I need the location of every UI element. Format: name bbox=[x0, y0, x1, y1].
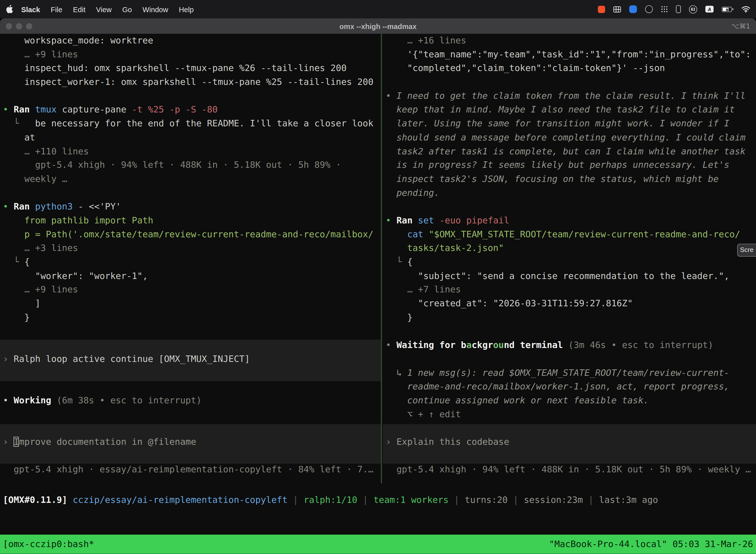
window-title: omx --xhigh --madmax bbox=[0, 22, 756, 30]
terminal-line: • Ran python3 - <<'PY' bbox=[3, 200, 381, 214]
terminal-line bbox=[386, 75, 756, 89]
terminal-line: later. Using the same for transition mig… bbox=[386, 117, 756, 131]
wifi-icon[interactable] bbox=[742, 6, 750, 12]
terminal-line: "worker": "worker-1", bbox=[3, 269, 381, 283]
terminal-line: └ { bbox=[386, 255, 756, 269]
terminal-line: "subject": "send a concise recommendatio… bbox=[386, 269, 756, 283]
terminal-line: workspace_mode: worktree bbox=[3, 34, 381, 48]
terminal-line: … +16 lines bbox=[386, 34, 756, 48]
terminal-line bbox=[3, 186, 381, 200]
terminal-line: … +3 lines bbox=[3, 241, 381, 256]
terminal-line: from pathlib import Path bbox=[3, 214, 381, 228]
terminal-line: › Ralph loop active continue [OMX_TMUX_I… bbox=[3, 352, 381, 366]
menu-item-slack[interactable]: Slack bbox=[16, 5, 45, 13]
terminal-line: keep that in mind. Maybe I also need the… bbox=[386, 103, 756, 117]
right-pane: … +16 lines '{"team_name":"my-team","tas… bbox=[383, 34, 756, 477]
terminal-line: gpt-5.4 xhigh · essay/ai-reimplementatio… bbox=[3, 463, 381, 477]
tmux-session-name: [omx-cczip0:bash* bbox=[3, 537, 94, 551]
terminal-line: • Waiting for background terminal (3m 46… bbox=[386, 338, 756, 352]
terminal-line: • Ran set -euo pipefail bbox=[386, 214, 756, 228]
terminal-line bbox=[3, 324, 381, 338]
left-pane: workspace_mode: worktree … +9 lines insp… bbox=[0, 34, 381, 477]
terminal-line bbox=[3, 366, 381, 380]
menu-items: SlackFileEditViewGoWindowHelp bbox=[16, 5, 199, 13]
terminal-line: } bbox=[386, 311, 756, 324]
terminal-line: ] bbox=[3, 297, 381, 311]
phone-mirroring-icon[interactable] bbox=[676, 5, 681, 13]
terminal-line: should send a message before completing … bbox=[386, 130, 756, 145]
screen-recording-indicator-icon[interactable] bbox=[598, 5, 605, 13]
clock-icon[interactable] bbox=[645, 5, 653, 13]
terminal-line: • Working (6m 38s • esc to interrupt) bbox=[3, 394, 381, 407]
terminal-line: "created_at": "2026-03-31T11:59:27.816Z" bbox=[386, 297, 756, 311]
menu-item-go[interactable]: Go bbox=[117, 5, 137, 13]
terminal-line: '{"team_name":"my-team","task_id":"1","f… bbox=[386, 48, 756, 62]
tmux-host-time: "MacBook-Pro-44.local" 05:03 31-Mar-26 bbox=[549, 537, 753, 551]
terminal-line: ⌥ + ↑ edit bbox=[386, 407, 756, 422]
tmux-status-bar: [omx-cczip0:bash* "MacBook-Pro-44.local"… bbox=[0, 535, 756, 554]
omx-status-line: [OMX#0.11.9] cczip/essay/ai-reimplementa… bbox=[3, 493, 658, 507]
terminal-line: … +9 lines bbox=[3, 283, 381, 297]
screen-share-tooltip: Scre bbox=[737, 244, 756, 257]
terminal-line bbox=[386, 324, 756, 338]
menu-item-edit[interactable]: Edit bbox=[68, 5, 91, 13]
terminal-line: readme-and-reco/mailbox/worker-1.json, a… bbox=[386, 380, 756, 394]
terminal-line: › Explain this codebase bbox=[386, 435, 756, 449]
menu-item-window[interactable]: Window bbox=[137, 5, 173, 13]
terminal-line: is in progress? It seems likely but perh… bbox=[386, 158, 756, 172]
dots-grid-icon[interactable] bbox=[661, 6, 668, 12]
input-source-letter: A bbox=[708, 6, 711, 12]
terminal-line: } bbox=[3, 311, 381, 324]
terminal-line: weekly … bbox=[3, 172, 381, 186]
terminal-content[interactable]: workspace_mode: worktree … +9 lines insp… bbox=[0, 34, 756, 554]
menubar-status-icons: 61 A bbox=[598, 5, 756, 13]
terminal-line: continue assigned work or next feasible … bbox=[386, 394, 756, 407]
grid-icon[interactable] bbox=[613, 6, 621, 12]
terminal-line: gpt-5.4 xhigh · 94% left · 488K in · 5.1… bbox=[3, 158, 381, 172]
terminal-line: tasks/task-2.json" bbox=[386, 241, 756, 256]
terminal-line bbox=[386, 449, 756, 463]
badge-text: 61 bbox=[691, 7, 695, 11]
menu-item-help[interactable]: Help bbox=[174, 5, 199, 13]
terminal-line bbox=[386, 421, 756, 435]
menu-item-file[interactable]: File bbox=[45, 5, 68, 13]
input-source-icon[interactable]: A bbox=[705, 6, 713, 12]
apple-menu-icon[interactable] bbox=[6, 5, 13, 13]
terminal-line bbox=[386, 200, 756, 214]
battery-percentage-badge-icon[interactable]: 61 bbox=[689, 5, 697, 13]
screen: SlackFileEditViewGoWindowHelp 61 A bbox=[0, 0, 756, 554]
terminal-line bbox=[3, 338, 381, 352]
terminal-line bbox=[386, 352, 756, 366]
terminal-line: inspect task2's JSON, focusing on the st… bbox=[386, 172, 756, 186]
terminal-line bbox=[3, 449, 381, 463]
terminal-line: • Ran tmux capture-pane -t %25 -p -S -80 bbox=[3, 103, 381, 117]
terminal-line bbox=[3, 407, 381, 422]
terminal-line bbox=[3, 421, 381, 435]
terminal-line: "completed","claim_token":"claim-token"}… bbox=[386, 62, 756, 75]
terminal-line: inspect_worker-1: omx sparkshell --tmux-… bbox=[3, 75, 381, 89]
window-titlebar[interactable]: omx --xhigh --madmax ⌥⌘1 bbox=[0, 18, 756, 34]
terminal-line: › Improve documentation in @filename bbox=[3, 435, 381, 449]
menu-bar: SlackFileEditViewGoWindowHelp 61 A bbox=[0, 0, 756, 18]
terminal-line: cat "$OMX_TEAM_STATE_ROOT/team/review-cu… bbox=[386, 228, 756, 241]
terminal-line: └ be necessary for the end of the README… bbox=[3, 117, 381, 131]
battery-tip bbox=[733, 8, 734, 10]
terminal-line bbox=[3, 380, 381, 394]
terminal-line: └ { bbox=[3, 255, 381, 269]
menu-item-view[interactable]: View bbox=[91, 5, 117, 13]
window-shortcut-badge: ⌥⌘1 bbox=[732, 22, 756, 30]
terminal-line bbox=[3, 89, 381, 103]
terminal-line: … +9 lines bbox=[3, 48, 381, 62]
terminal-line: … +110 lines bbox=[3, 145, 381, 158]
terminal-line: task2 after task1 is complete, but can I… bbox=[386, 145, 756, 158]
terminal-line: … +7 lines bbox=[386, 283, 756, 297]
terminal-line: p = Path('.omx/state/team/review-current… bbox=[3, 228, 381, 241]
battery-charging-icon[interactable] bbox=[722, 6, 734, 12]
pane-divider[interactable] bbox=[381, 34, 382, 484]
blue-app-icon[interactable] bbox=[629, 5, 637, 13]
terminal-line: gpt-5.4 xhigh · 94% left · 488K in · 5.1… bbox=[386, 463, 756, 477]
tooltip-text: Scre bbox=[740, 244, 754, 257]
terminal-line: ↳ 1 new msg(s): read $OMX_TEAM_STATE_ROO… bbox=[386, 366, 756, 380]
battery-body bbox=[722, 6, 732, 12]
terminal-line: inspect_hud: omx sparkshell --tmux-pane … bbox=[3, 62, 381, 75]
